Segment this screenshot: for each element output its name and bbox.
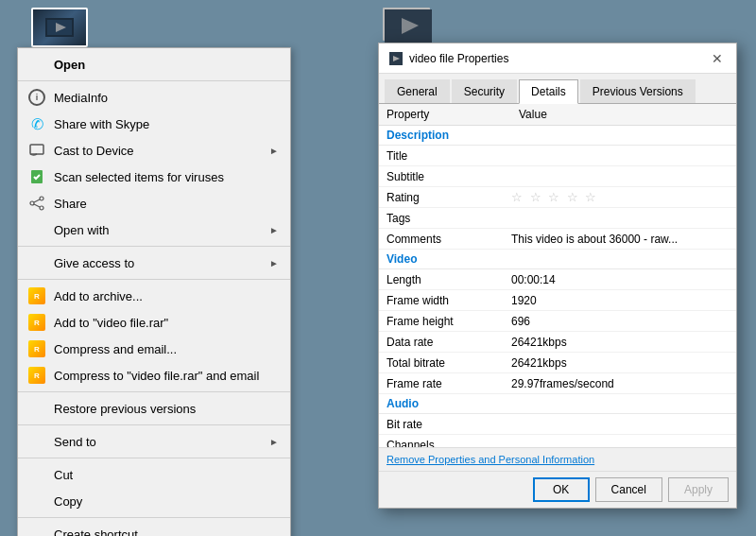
prop-row-bit-rate: Bit rate xyxy=(379,414,736,435)
menu-item-scan[interactable]: Scan selected items for viruses xyxy=(18,164,290,190)
menu-item-giveaccess[interactable]: Give access to ► xyxy=(18,250,290,276)
desktop: video fi... video file Open i MediaInfo … xyxy=(0,0,756,536)
cancel-button[interactable]: Cancel xyxy=(595,477,662,502)
svg-rect-5 xyxy=(30,145,43,154)
menu-restore-label: Restore previous versions xyxy=(54,402,279,416)
dialog-close-button[interactable]: ✕ xyxy=(708,49,727,68)
prop-value-data-rate: 26421kbps xyxy=(511,336,729,349)
menu-item-mediainfo[interactable]: i MediaInfo xyxy=(18,84,290,111)
divider-3 xyxy=(18,279,290,280)
tab-general[interactable]: General xyxy=(385,79,450,103)
mediainfo-icon: i xyxy=(27,88,46,107)
prop-value-frame-height: 696 xyxy=(511,315,729,328)
menu-open-label: Open xyxy=(54,58,279,72)
prop-name-frame-height: Frame height xyxy=(387,315,511,328)
prop-row-channels: Channels xyxy=(379,435,736,447)
menu-item-openwith[interactable]: Open with ► xyxy=(18,216,290,243)
apply-button[interactable]: Apply xyxy=(668,477,729,502)
menu-compress-email-label: Compress and email... xyxy=(54,342,279,356)
winrar-rar-icon: R xyxy=(27,313,46,332)
svg-point-9 xyxy=(40,206,43,210)
menu-share-label: Share xyxy=(54,197,279,211)
menu-item-compress-email[interactable]: R Compress and email... xyxy=(18,336,290,362)
prop-row-data-rate: Data rate 26421kbps xyxy=(379,332,736,353)
prop-name-total-bitrate: Total bitrate xyxy=(387,356,511,370)
context-menu: Open i MediaInfo ✆ Share with Skype Cast… xyxy=(17,47,291,536)
prop-value-length: 00:00:14 xyxy=(511,273,729,286)
file-icon-thumbnail xyxy=(31,8,88,47)
menu-item-sendto[interactable]: Send to ► xyxy=(18,428,290,455)
prop-value-rating: ☆ ☆ ☆ ☆ ☆ xyxy=(511,190,729,204)
divider-1 xyxy=(18,80,290,81)
divider-4 xyxy=(18,391,290,392)
section-description: Description xyxy=(379,126,736,146)
prop-name-bit-rate: Bit rate xyxy=(387,418,511,431)
menu-compress-rar-email-label: Compress to "video file.rar" and email xyxy=(54,369,279,383)
giveaccess-arrow-icon: ► xyxy=(269,258,279,268)
prop-value-comments: This video is about 36000 - raw... xyxy=(511,233,729,246)
prop-name-frame-width: Frame width xyxy=(387,294,511,307)
sendto-icon xyxy=(27,432,46,451)
menu-skype-label: Share with Skype xyxy=(54,117,279,131)
copy-icon xyxy=(27,492,46,510)
tab-previous-versions[interactable]: Previous Versions xyxy=(580,79,696,103)
prop-name-title: Title xyxy=(387,149,511,163)
svg-line-11 xyxy=(34,204,40,207)
menu-shortcut-label: Create shortcut xyxy=(54,527,279,537)
cast-icon xyxy=(27,141,46,160)
winrar-compress-rar-icon: R xyxy=(27,366,46,385)
prop-value-total-bitrate: 26421kbps xyxy=(511,356,729,370)
prop-name-channels: Channels xyxy=(387,439,511,448)
prop-name-subtitle: Subtitle xyxy=(387,170,511,183)
menu-item-cast[interactable]: Cast to Device ► xyxy=(18,137,290,164)
dialog-footer: Remove Properties and Personal Informati… xyxy=(379,447,736,471)
menu-item-skype[interactable]: ✆ Share with Skype xyxy=(18,111,290,137)
file-icon-small-thumbnail xyxy=(383,8,430,41)
menu-item-share[interactable]: Share xyxy=(18,190,290,216)
prop-table-header: Property Value xyxy=(379,104,736,126)
svg-point-8 xyxy=(30,201,34,205)
menu-item-addrar[interactable]: R Add to "video file.rar" xyxy=(18,309,290,336)
openwith-arrow-icon: ► xyxy=(269,225,279,235)
menu-item-cut[interactable]: Cut xyxy=(18,461,290,488)
prop-row-frame-height: Frame height 696 xyxy=(379,311,736,332)
divider-2 xyxy=(18,246,290,247)
open-icon xyxy=(27,55,46,74)
menu-item-open[interactable]: Open xyxy=(18,51,290,78)
menu-item-addarchive[interactable]: R Add to archive... xyxy=(18,283,290,309)
prop-row-frame-rate: Frame rate 29.97frames/second xyxy=(379,373,736,394)
menu-item-copy[interactable]: Copy xyxy=(18,488,290,514)
properties-table[interactable]: Description Title Subtitle Rating ☆ ☆ ☆ … xyxy=(379,126,736,447)
section-video: Video xyxy=(379,250,736,269)
header-property: Property xyxy=(387,108,519,121)
menu-item-create-shortcut[interactable]: Create shortcut xyxy=(18,521,290,536)
cut-icon xyxy=(27,465,46,484)
prop-row-frame-width: Frame width 1920 xyxy=(379,290,736,311)
menu-scan-label: Scan selected items for viruses xyxy=(54,170,279,184)
menu-item-restore[interactable]: Restore previous versions xyxy=(18,395,290,422)
sendto-arrow-icon: ► xyxy=(269,437,279,447)
scan-icon xyxy=(27,167,46,186)
prop-name-data-rate: Data rate xyxy=(387,336,511,349)
video-thumb-small xyxy=(385,9,432,43)
ok-button[interactable]: OK xyxy=(533,477,590,502)
dialog-content: Property Value Description Title Subtitl… xyxy=(379,104,736,471)
skype-icon: ✆ xyxy=(27,114,46,133)
dialog-titlebar: video file Properties ✕ xyxy=(379,43,736,74)
remove-properties-link[interactable]: Remove Properties and Personal Informati… xyxy=(387,454,729,465)
cast-arrow-icon: ► xyxy=(269,146,279,156)
prop-row-comments: Comments This video is about 36000 - raw… xyxy=(379,229,736,250)
shortcut-icon xyxy=(27,525,46,536)
prop-row-subtitle: Subtitle xyxy=(379,166,736,187)
tab-details[interactable]: Details xyxy=(519,79,578,104)
prop-row-title: Title xyxy=(379,146,736,166)
dialog-icon xyxy=(388,51,404,66)
menu-openwith-label: Open with xyxy=(54,223,269,237)
menu-item-compress-rar-email[interactable]: R Compress to "video file.rar" and email xyxy=(18,362,290,389)
prop-row-length: Length 00:00:14 xyxy=(379,269,736,290)
menu-copy-label: Copy xyxy=(54,494,279,509)
prop-value-frame-rate: 29.97frames/second xyxy=(511,377,729,390)
prop-row-tags: Tags xyxy=(379,208,736,229)
prop-name-length: Length xyxy=(387,273,511,286)
tab-security[interactable]: Security xyxy=(452,79,517,103)
